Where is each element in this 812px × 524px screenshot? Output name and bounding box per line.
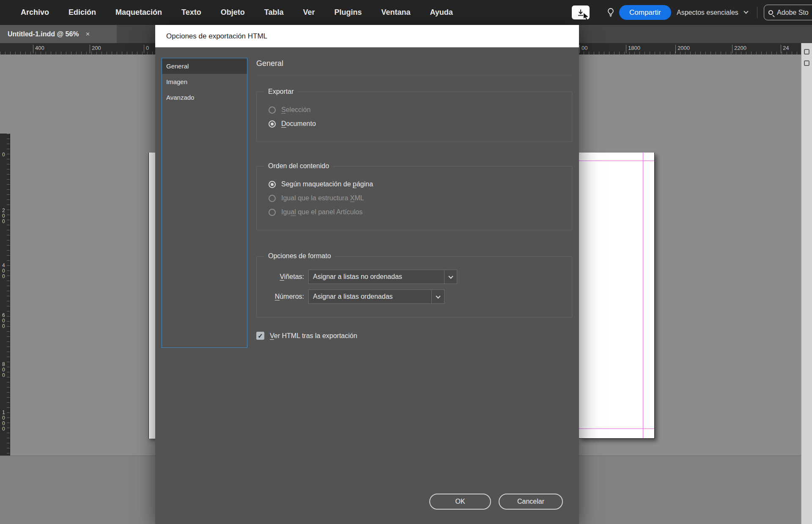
ruler-number: 800 <box>2 362 7 378</box>
ruler-number: 1800 <box>626 45 640 53</box>
stock-search-field[interactable]: Adobe Sto <box>764 5 812 20</box>
view-html-checkbox[interactable]: Ver HTML tras la exportación <box>256 332 572 340</box>
bullets-row: Viñetas: Asignar a listas no ordenadas <box>257 270 572 284</box>
radio-selected-icon <box>269 120 276 128</box>
dock-icon[interactable] <box>804 49 809 55</box>
document-page-right <box>579 153 655 439</box>
format-options-legend: Opciones de formato <box>264 252 335 260</box>
ruler-number: 1000 <box>2 410 7 432</box>
margin-guide-top <box>579 161 654 161</box>
lightbulb-icon[interactable] <box>604 5 617 19</box>
nav-item-imagen[interactable]: Imagen <box>162 74 247 90</box>
radio-icon <box>269 106 276 114</box>
menu-tabla[interactable]: Tabla <box>255 8 294 17</box>
radio-selected-icon <box>269 181 276 188</box>
checkbox-label: Ver HTML tras la exportación <box>270 332 357 340</box>
ruler-number: 2200 <box>732 45 746 53</box>
document-tab[interactable]: Untitled-1.indd @ 56% × <box>0 25 117 43</box>
radio-estructura-xml[interactable]: Igual que la estructura XML <box>257 194 572 202</box>
menu-texto[interactable]: Texto <box>172 8 211 17</box>
numbers-dropdown-value: Asignar a listas ordenadas <box>309 290 431 303</box>
heading-divider <box>256 75 572 75</box>
menu-objeto[interactable]: Objeto <box>211 8 255 17</box>
content-order-legend: Orden del contenido <box>264 162 333 170</box>
export-group-legend: Exportar <box>264 88 297 96</box>
ruler-number: 00 <box>579 45 587 53</box>
ok-button[interactable]: OK <box>429 494 491 510</box>
vertical-ruler: 0 200 400 600 800 1000 <box>0 134 10 456</box>
ruler-number: 0 <box>144 45 149 53</box>
chevron-down-icon <box>743 9 748 14</box>
menu-bar: Archivo Edición Maquetación Texto Objeto… <box>0 0 812 25</box>
radio-label: Igual que la estructura XML <box>281 194 364 202</box>
workspace-label: Aspectos esenciales <box>677 9 738 16</box>
dock-icon[interactable] <box>804 60 809 66</box>
ruler-number: 200 <box>90 45 101 53</box>
radio-label: Igual que el panel Artículos <box>281 208 362 216</box>
bullets-dropdown[interactable]: Asignar a listas no ordenadas <box>308 270 457 284</box>
share-label: Compartir <box>629 8 661 17</box>
dialog-button-row: OK Cancelar <box>429 494 563 510</box>
menu-maquetacion[interactable]: Maquetación <box>106 8 172 17</box>
radio-icon <box>269 195 276 202</box>
dialog-nav-list: General Imagen Avanzado <box>162 58 247 348</box>
search-placeholder: Adobe Sto <box>777 9 809 16</box>
cancel-button[interactable]: Cancelar <box>499 494 563 510</box>
radio-label: Según maquetación de página <box>281 180 373 188</box>
dialog-title: Opciones de exportación HTML <box>155 25 579 47</box>
panel-dock <box>801 43 812 524</box>
dialog-body: General Imagen Avanzado General Exportar… <box>155 47 579 524</box>
radio-label: Selección <box>281 106 310 114</box>
share-button[interactable]: Compartir <box>619 5 671 20</box>
ruler-number: 400 <box>2 263 7 279</box>
numbers-dropdown[interactable]: Asignar a listas ordenadas <box>308 289 444 304</box>
ruler-number: 0 <box>2 152 7 158</box>
tab-close-icon[interactable]: × <box>86 30 90 38</box>
radio-panel-articulos[interactable]: Igual que el panel Artículos <box>257 208 572 216</box>
chevron-down-icon[interactable] <box>431 290 444 303</box>
radio-segun-maquetacion[interactable]: Según maquetación de página <box>257 180 572 188</box>
radio-label: Documento <box>281 120 316 128</box>
chevron-down-icon[interactable] <box>444 270 457 284</box>
ruler-number: 200 <box>2 208 7 224</box>
search-icon <box>768 10 773 15</box>
nav-item-avanzado[interactable]: Avanzado <box>162 90 247 105</box>
workspace-switcher[interactable]: Aspectos esenciales <box>677 0 748 25</box>
export-group: Exportar Selección Documento <box>256 88 572 142</box>
radio-seleccion[interactable]: Selección <box>257 106 572 114</box>
ruler-number: 400 <box>33 45 44 53</box>
numbers-label: Números: <box>257 293 304 300</box>
main-menu: Archivo Edición Maquetación Texto Objeto… <box>11 0 463 25</box>
nav-item-general[interactable]: General <box>162 58 247 74</box>
menu-plugins[interactable]: Plugins <box>324 8 371 17</box>
publish-icon[interactable] <box>572 5 590 19</box>
bullets-label: Viñetas: <box>257 273 304 281</box>
content-order-group: Orden del contenido Según maquetación de… <box>256 162 572 230</box>
html-export-options-dialog: Opciones de exportación HTML General Ima… <box>155 25 579 524</box>
margin-guide-bottom <box>579 428 654 429</box>
radio-icon <box>269 209 276 216</box>
menu-ver[interactable]: Ver <box>293 8 324 17</box>
menubar-divider <box>757 7 757 18</box>
numbers-row: Números: Asignar a listas ordenadas <box>257 289 572 304</box>
format-options-group: Opciones de formato Viñetas: Asignar a l… <box>256 252 572 317</box>
menu-archivo[interactable]: Archivo <box>11 8 59 17</box>
menu-ayuda[interactable]: Ayuda <box>420 8 463 17</box>
mouse-cursor-icon <box>583 13 589 19</box>
ruler-number: 24 <box>781 45 789 53</box>
margin-guide-vertical <box>643 153 643 438</box>
ruler-number: 2000 <box>675 45 690 53</box>
radio-documento[interactable]: Documento <box>257 120 572 128</box>
checkbox-checked-icon <box>256 332 264 340</box>
menu-ventana[interactable]: Ventana <box>371 8 420 17</box>
dialog-content: General Exportar Selección Documento Ord… <box>256 59 572 340</box>
document-tab-title: Untitled-1.indd @ 56% <box>8 30 79 38</box>
indesign-app: Archivo Edición Maquetación Texto Objeto… <box>0 0 812 524</box>
section-heading: General <box>256 59 572 68</box>
bullets-dropdown-value: Asignar a listas no ordenadas <box>309 270 444 284</box>
menu-edicion[interactable]: Edición <box>59 8 106 17</box>
ruler-number: 600 <box>2 313 7 329</box>
